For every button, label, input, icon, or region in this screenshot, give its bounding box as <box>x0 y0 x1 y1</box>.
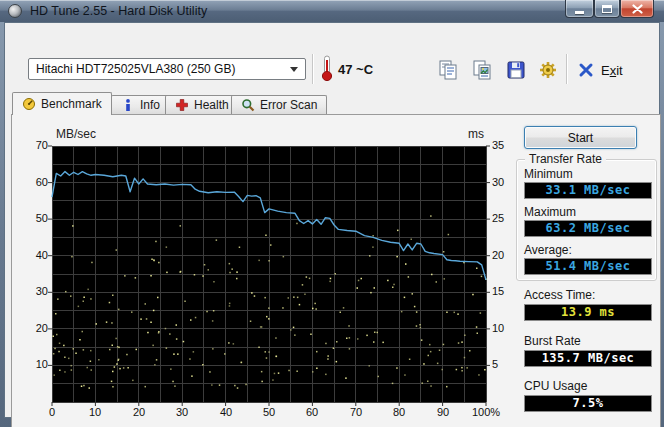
maximum-label: Maximum <box>524 205 576 219</box>
axis-tick-label: 50 <box>249 406 289 418</box>
average-label: Average: <box>524 243 572 257</box>
axis-tick-label: 20 <box>18 322 48 334</box>
minimize-icon <box>575 11 584 14</box>
close-icon <box>632 4 643 14</box>
tab-health-label: Health <box>194 98 229 112</box>
axis-tick-label: 10 <box>75 406 115 418</box>
axis-tick-label: 50 <box>18 212 48 224</box>
save-icon <box>505 59 527 81</box>
axis-tick-label: 10 <box>18 358 48 370</box>
exit-button[interactable]: Exit <box>578 58 623 82</box>
axis-tick-label: 60 <box>292 406 332 418</box>
cpu-usage-value: 7.5% <box>524 395 652 412</box>
info-icon <box>121 98 135 112</box>
axis-tick-label: 70 <box>18 139 48 151</box>
left-axis-unit: MB/sec <box>56 127 96 141</box>
minimum-value: 33.1 MB/sec <box>524 182 652 199</box>
magnifier-icon <box>241 98 255 112</box>
transfer-rate-groupbox: Transfer Rate Minimum 33.1 MB/sec Maximu… <box>516 159 657 281</box>
minimize-button[interactable] <box>565 0 594 18</box>
start-button[interactable]: Start <box>524 126 637 149</box>
tab-error-scan-label: Error Scan <box>260 98 317 112</box>
chevron-down-icon <box>290 67 298 76</box>
benchmark-chart <box>52 146 486 402</box>
window-title: HD Tune 2.55 - Hard Disk Utility <box>30 0 207 22</box>
options-icon <box>537 59 559 81</box>
axis-tick-label: 30 <box>492 176 518 188</box>
axis-tick-label: 10 <box>492 322 518 334</box>
benchmark-page: MB/sec ms Start Transfer Rate Minimum 33… <box>11 114 661 427</box>
axis-tick-label: 70 <box>336 406 376 418</box>
burst-rate-label: Burst Rate <box>524 334 581 348</box>
maximize-icon <box>602 5 612 13</box>
axis-tick-label: 40 <box>206 406 246 418</box>
exit-icon <box>578 62 594 78</box>
access-time-label: Access Time: <box>524 288 595 302</box>
axis-tick-label: 40 <box>18 249 48 261</box>
tab-health[interactable]: Health <box>165 95 239 115</box>
axis-tick-label: 0 <box>32 406 72 418</box>
copy-image-icon <box>471 59 493 81</box>
toolbar-separator <box>566 54 568 84</box>
tab-info[interactable]: Info <box>111 95 170 115</box>
app-icon <box>8 4 22 18</box>
axis-tick-label: 5 <box>492 358 518 370</box>
thermometer-icon <box>321 55 333 85</box>
right-axis-unit: ms <box>468 127 484 141</box>
transfer-rate-group-label: Transfer Rate <box>525 152 606 166</box>
window-controls <box>565 0 654 18</box>
hd-tune-window: { "window": { "title": "HD Tune 2.55 - H… <box>0 0 664 427</box>
temperature-readout: 47 ~C <box>338 62 373 77</box>
copy-text-icon <box>437 59 459 81</box>
axis-tick-label: 35 <box>492 139 518 151</box>
axis-tick-label: 90 <box>423 406 463 418</box>
axis-tick-label: 15 <box>492 285 518 297</box>
axis-tick-label: 30 <box>162 406 202 418</box>
benchmark-plot <box>52 146 486 402</box>
axis-tick-label: 80 <box>379 406 419 418</box>
save-screenshot-button[interactable] <box>503 57 529 83</box>
tab-benchmark-label: Benchmark <box>41 97 102 111</box>
client-area: Hitachi HDT725025VLA380 (250 GB) 47 ~C <box>4 22 660 418</box>
tab-error-scan[interactable]: Error Scan <box>231 95 327 115</box>
access-time-value: 13.9 ms <box>524 304 652 321</box>
maximize-button[interactable] <box>594 0 620 18</box>
titlebar: HD Tune 2.55 - Hard Disk Utility <box>0 0 664 22</box>
average-value: 51.4 MB/sec <box>524 258 652 275</box>
copy-screenshot-button[interactable] <box>469 57 495 83</box>
toolbar-separator <box>312 54 314 84</box>
exit-label: Exit <box>601 63 623 78</box>
cpu-usage-label: CPU Usage <box>524 379 587 393</box>
minimum-label: Minimum <box>524 167 573 181</box>
drive-selector-dropdown[interactable]: Hitachi HDT725025VLA380 (250 GB) <box>28 58 306 80</box>
axis-tick-label: 20 <box>119 406 159 418</box>
drive-selector-value: Hitachi HDT725025VLA380 (250 GB) <box>36 62 235 76</box>
tab-info-label: Info <box>140 98 160 112</box>
axis-tick-label: 20 <box>492 249 518 261</box>
close-button[interactable] <box>620 0 654 18</box>
axis-tick-label: 25 <box>492 212 518 224</box>
axis-tick-label: 100% <box>466 406 506 418</box>
burst-rate-value: 135.7 MB/sec <box>524 350 652 367</box>
options-button[interactable] <box>535 57 561 83</box>
axis-tick-label: 60 <box>18 176 48 188</box>
benchmark-icon <box>22 97 36 111</box>
tab-benchmark[interactable]: Benchmark <box>12 92 112 115</box>
health-icon <box>175 98 189 112</box>
maximum-value: 63.2 MB/sec <box>524 220 652 237</box>
axis-tick-label: 30 <box>18 285 48 297</box>
copy-text-button[interactable] <box>435 57 461 83</box>
